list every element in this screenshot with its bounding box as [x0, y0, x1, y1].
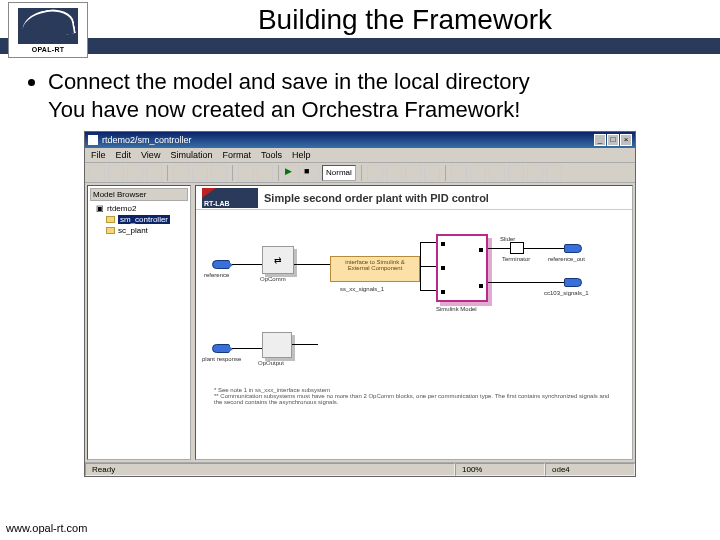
menu-file[interactable]: File	[91, 150, 106, 160]
subsystem-block[interactable]	[436, 234, 488, 302]
toolbar-btn-h[interactable]	[508, 165, 524, 181]
menu-help[interactable]: Help	[292, 150, 311, 160]
outport-ref-label: reference_out	[548, 256, 585, 262]
inport-plant-response[interactable]	[212, 344, 230, 353]
toolbar-btn-e[interactable]	[451, 165, 467, 181]
title-bar: OPAL-RT Building the Framework	[0, 0, 720, 54]
opoutput-block[interactable]	[262, 332, 292, 358]
opal-rt-logo: OPAL-RT	[8, 2, 88, 58]
ext-conn-line2: External Component	[333, 265, 417, 271]
opcomm-label: OpComm	[260, 276, 286, 282]
tree-item-sm-controller[interactable]: sm_controller	[90, 214, 188, 225]
menu-format[interactable]: Format	[222, 150, 251, 160]
terminator-block[interactable]	[510, 242, 524, 254]
inport-reference[interactable]	[212, 260, 230, 269]
status-bar: Ready 100% ode4	[85, 462, 635, 476]
opoutput-label: OpOutput	[258, 360, 284, 366]
toolbar-btn-c[interactable]	[405, 165, 421, 181]
close-button[interactable]: ×	[620, 134, 632, 146]
toolbar-copy-icon[interactable]	[192, 165, 208, 181]
bullet-1: Connect the model and save in the local …	[48, 68, 696, 96]
bullet-list: Connect the model and save in the local …	[30, 68, 696, 123]
tree-item-sc-plant[interactable]: sc_plant	[90, 225, 188, 236]
menu-tools[interactable]: Tools	[261, 150, 282, 160]
toolbar-stop-icon[interactable]: ■	[303, 165, 319, 181]
model-browser-panel: Model Browser ▣ rtdemo2 sm_controller sc…	[87, 185, 191, 460]
rtlab-logo: RT-LAB	[202, 188, 258, 208]
window-titlebar[interactable]: rtdemo2/sm_controller _ □ ×	[85, 132, 635, 148]
footer-url: www.opal-rt.com	[6, 522, 87, 534]
tree-item-label: sm_controller	[118, 215, 170, 224]
diagram-canvas[interactable]: RT-LAB Simple second order plant with PI…	[195, 185, 633, 460]
diagram-notes: * See note 1 in ss_xxx_interface subsyst…	[214, 387, 618, 405]
outport-reference-out[interactable]	[564, 244, 582, 253]
outport-cc103[interactable]	[564, 278, 582, 287]
signals-label: ss_xx_signals_1	[340, 286, 384, 292]
diagram-header: RT-LAB Simple second order plant with PI…	[196, 186, 632, 210]
toolbar-cut-icon[interactable]	[173, 165, 189, 181]
block-diagram[interactable]: reference ⇄ OpComm interface to Simulink…	[200, 216, 628, 411]
note-2: ** Communication subsystems must have no…	[214, 393, 618, 405]
simulink-model-label: Simulink Model	[436, 306, 477, 312]
menu-view[interactable]: View	[141, 150, 160, 160]
status-ready: Ready	[85, 463, 455, 476]
maximize-button[interactable]: □	[607, 134, 619, 146]
folder-icon	[106, 227, 115, 234]
logo-text: OPAL-RT	[32, 46, 65, 53]
toolbar-open-icon[interactable]	[108, 165, 124, 181]
toolbar-btn-a[interactable]	[367, 165, 383, 181]
toolbar-btn-b[interactable]	[386, 165, 402, 181]
status-solver: ode4	[545, 463, 635, 476]
external-connector-block[interactable]: interface to Simulink & External Compone…	[330, 256, 420, 282]
toolbar: ▶ ■ Normal	[85, 163, 635, 183]
menu-edit[interactable]: Edit	[116, 150, 132, 160]
toolbar-play-icon[interactable]: ▶	[284, 165, 300, 181]
app-icon	[88, 135, 98, 145]
folder-icon	[106, 216, 115, 223]
simulation-mode-dropdown[interactable]: Normal	[322, 165, 356, 181]
toolbar-paste-icon[interactable]	[211, 165, 227, 181]
plant-resp-label: plant response	[202, 356, 241, 362]
minimize-button[interactable]: _	[594, 134, 606, 146]
simulink-window: rtdemo2/sm_controller _ □ × File Edit Vi…	[84, 131, 636, 477]
tree-item-label: sc_plant	[118, 226, 148, 235]
toolbar-save-icon[interactable]	[127, 165, 143, 181]
opcomm-block[interactable]: ⇄	[262, 246, 294, 274]
toolbar-btn-j[interactable]	[546, 165, 562, 181]
bullet-2: You have now created an Orchestra Framew…	[48, 96, 696, 124]
toolbar-undo-icon[interactable]	[238, 165, 254, 181]
slide-title: Building the Framework	[100, 4, 710, 36]
toolbar-btn-i[interactable]	[527, 165, 543, 181]
toolbar-redo-icon[interactable]	[257, 165, 273, 181]
toolbar-btn-d[interactable]	[424, 165, 440, 181]
tree-root-label: rtdemo2	[107, 204, 136, 213]
menu-bar: File Edit View Simulation Format Tools H…	[85, 148, 635, 163]
status-zoom: 100%	[455, 463, 545, 476]
tree-root[interactable]: ▣ rtdemo2	[90, 203, 188, 214]
terminator-label: Terminator	[502, 256, 530, 262]
inport-reference-label: reference	[204, 272, 229, 278]
toolbar-btn-g[interactable]	[489, 165, 505, 181]
diagram-title: Simple second order plant with PID contr…	[264, 192, 489, 204]
toolbar-btn-f[interactable]	[470, 165, 486, 181]
menu-simulation[interactable]: Simulation	[170, 150, 212, 160]
model-browser-title: Model Browser	[90, 188, 188, 201]
toolbar-new-icon[interactable]	[89, 165, 105, 181]
toolbar-print-icon[interactable]	[146, 165, 162, 181]
outport-cc103-label: cc103_signals_1	[544, 290, 589, 296]
window-title: rtdemo2/sm_controller	[102, 135, 192, 145]
